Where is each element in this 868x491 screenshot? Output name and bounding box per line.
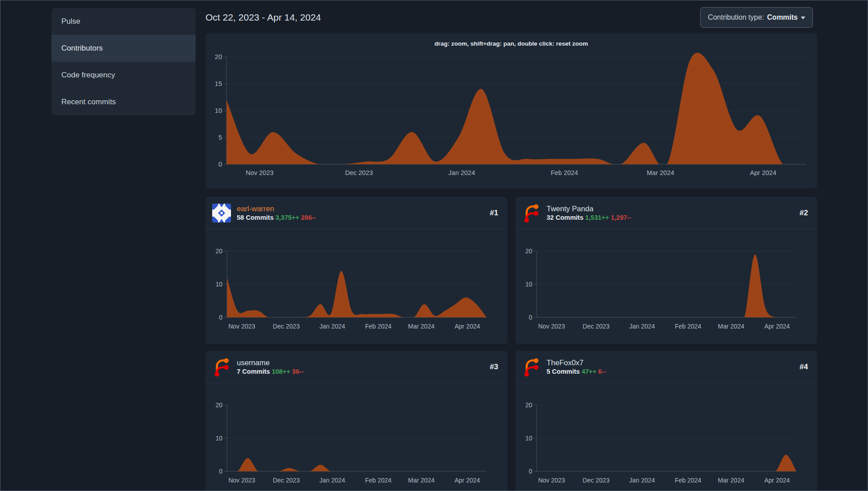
commit-count: 32 Commits xyxy=(547,214,583,221)
contribution-type-value: Commits xyxy=(767,13,798,21)
svg-text:5: 5 xyxy=(218,134,222,141)
sidebar-item-recent-commits[interactable]: Recent commits xyxy=(51,89,196,115)
svg-text:Nov 2023: Nov 2023 xyxy=(538,477,565,484)
svg-text:20: 20 xyxy=(215,248,222,255)
forgejo-logo-icon xyxy=(522,358,541,376)
deletions: 6-- xyxy=(598,368,606,375)
svg-text:Dec 2023: Dec 2023 xyxy=(273,323,300,330)
additions: 47++ xyxy=(582,368,596,375)
contributor-stats: 58 Commits 3,375++ 286-- xyxy=(237,213,316,222)
rank-badge: #1 xyxy=(490,209,498,218)
identicon-avatar xyxy=(212,204,231,222)
contributor-stats: 5 Commits 47++ 6-- xyxy=(547,367,606,376)
chevron-down-icon xyxy=(801,17,805,19)
sidebar-item-contributors[interactable]: Contributors xyxy=(51,35,196,62)
contributor-card-header: earl-warren 58 Commits 3,375++ 286-- #1 xyxy=(205,197,507,229)
contributor-card: earl-warren 58 Commits 3,375++ 286-- #1 … xyxy=(205,197,507,344)
avatar xyxy=(212,204,231,222)
main-chart-panel: drag: zoom, shift+drag: pan, double clic… xyxy=(205,34,817,188)
commit-count: 5 Commits xyxy=(547,368,580,375)
contribution-type-dropdown[interactable]: Contribution type: Commits xyxy=(700,7,813,28)
svg-text:Apr 2024: Apr 2024 xyxy=(765,323,790,330)
svg-text:Jan 2024: Jan 2024 xyxy=(320,477,346,484)
forgejo-logo-icon xyxy=(522,204,541,222)
svg-text:Feb 2024: Feb 2024 xyxy=(675,477,701,484)
contributor-card: username 7 Commits 108++ 36-- #3 01020No… xyxy=(205,351,507,491)
svg-text:Nov 2023: Nov 2023 xyxy=(228,323,255,330)
svg-text:Nov 2023: Nov 2023 xyxy=(538,323,565,330)
svg-text:Apr 2024: Apr 2024 xyxy=(455,323,480,330)
svg-text:10: 10 xyxy=(215,107,222,114)
svg-text:Jan 2024: Jan 2024 xyxy=(629,323,655,330)
additions: 1,531++ xyxy=(585,214,609,221)
svg-text:Feb 2024: Feb 2024 xyxy=(675,323,701,330)
svg-text:10: 10 xyxy=(525,435,532,442)
svg-text:Dec 2023: Dec 2023 xyxy=(583,323,610,330)
main-contributions-chart[interactable]: 05101520Nov 2023Dec 2023Jan 2024Feb 2024… xyxy=(205,34,817,188)
svg-text:20: 20 xyxy=(525,401,532,409)
svg-text:15: 15 xyxy=(215,80,222,87)
svg-text:Feb 2024: Feb 2024 xyxy=(365,323,391,330)
contributor-chart[interactable]: 01020Nov 2023Dec 2023Jan 2024Feb 2024Mar… xyxy=(205,383,507,491)
contributor-name: TheFox0x7 xyxy=(547,358,606,367)
avatar xyxy=(212,358,231,376)
svg-text:Jan 2024: Jan 2024 xyxy=(449,169,475,176)
commit-count: 7 Commits xyxy=(237,368,270,375)
additions: 108++ xyxy=(272,368,290,375)
svg-text:0: 0 xyxy=(219,314,222,321)
contributor-name[interactable]: earl-warren xyxy=(237,204,316,213)
svg-text:Mar 2024: Mar 2024 xyxy=(408,477,435,484)
contributor-card: Twenty Panda 32 Commits 1,531++ 1,297-- … xyxy=(515,197,817,344)
contributor-chart[interactable]: 01020Nov 2023Dec 2023Jan 2024Feb 2024Mar… xyxy=(515,383,817,491)
contributor-card-header: Twenty Panda 32 Commits 1,531++ 1,297-- … xyxy=(515,197,817,229)
svg-text:20: 20 xyxy=(525,248,532,255)
contributor-cards: earl-warren 58 Commits 3,375++ 286-- #1 … xyxy=(205,197,817,491)
avatar xyxy=(522,358,541,376)
svg-text:Feb 2024: Feb 2024 xyxy=(551,169,578,176)
deletions: 36-- xyxy=(292,368,304,375)
contribution-type-label: Contribution type: xyxy=(708,13,764,21)
svg-text:Jan 2024: Jan 2024 xyxy=(629,477,655,484)
page-title: Oct 22, 2023 - Apr 14, 2024 xyxy=(205,12,321,23)
svg-text:Mar 2024: Mar 2024 xyxy=(408,323,435,330)
rank-badge: #3 xyxy=(490,363,498,371)
rank-badge: #2 xyxy=(800,209,808,218)
svg-text:Mar 2024: Mar 2024 xyxy=(647,169,674,176)
svg-text:Dec 2023: Dec 2023 xyxy=(273,477,300,484)
contributor-stats: 7 Commits 108++ 36-- xyxy=(237,367,304,376)
contributor-chart[interactable]: 01020Nov 2023Dec 2023Jan 2024Feb 2024Mar… xyxy=(205,229,507,344)
svg-text:Nov 2023: Nov 2023 xyxy=(246,169,274,176)
svg-text:Mar 2024: Mar 2024 xyxy=(718,477,744,484)
contributor-card: TheFox0x7 5 Commits 47++ 6-- #4 01020Nov… xyxy=(515,351,817,491)
contributor-stats: 32 Commits 1,531++ 1,297-- xyxy=(547,213,631,222)
forgejo-logo-icon xyxy=(212,358,231,376)
svg-text:0: 0 xyxy=(219,468,222,475)
avatar xyxy=(522,204,541,222)
svg-text:Apr 2024: Apr 2024 xyxy=(455,477,480,484)
deletions: 1,297-- xyxy=(611,214,632,221)
svg-text:Jan 2024: Jan 2024 xyxy=(320,323,346,330)
svg-text:0: 0 xyxy=(218,161,222,168)
sidebar-item-pulse[interactable]: Pulse xyxy=(51,8,196,35)
svg-text:0: 0 xyxy=(529,314,532,321)
contributor-chart[interactable]: 01020Nov 2023Dec 2023Jan 2024Feb 2024Mar… xyxy=(515,229,817,344)
svg-text:Feb 2024: Feb 2024 xyxy=(365,477,391,484)
contributor-name: Twenty Panda xyxy=(547,204,631,213)
svg-text:10: 10 xyxy=(525,281,532,288)
svg-text:Apr 2024: Apr 2024 xyxy=(765,477,790,484)
svg-text:20: 20 xyxy=(215,53,222,60)
svg-text:Dec 2023: Dec 2023 xyxy=(583,477,610,484)
rank-badge: #4 xyxy=(800,363,808,371)
commit-count: 58 Commits xyxy=(237,214,274,221)
sidebar-menu: PulseContributorsCode frequencyRecent co… xyxy=(51,8,196,115)
svg-text:Apr 2024: Apr 2024 xyxy=(750,169,776,176)
svg-text:10: 10 xyxy=(215,435,222,442)
svg-text:Nov 2023: Nov 2023 xyxy=(228,477,255,484)
contributor-card-header: TheFox0x7 5 Commits 47++ 6-- #4 xyxy=(515,351,817,383)
sidebar-item-code-frequency[interactable]: Code frequency xyxy=(51,62,196,89)
contributor-card-header: username 7 Commits 108++ 36-- #3 xyxy=(205,351,507,383)
contributor-name: username xyxy=(237,358,304,367)
additions: 3,375++ xyxy=(275,214,299,221)
svg-text:20: 20 xyxy=(215,401,222,409)
svg-text:Mar 2024: Mar 2024 xyxy=(718,323,744,330)
